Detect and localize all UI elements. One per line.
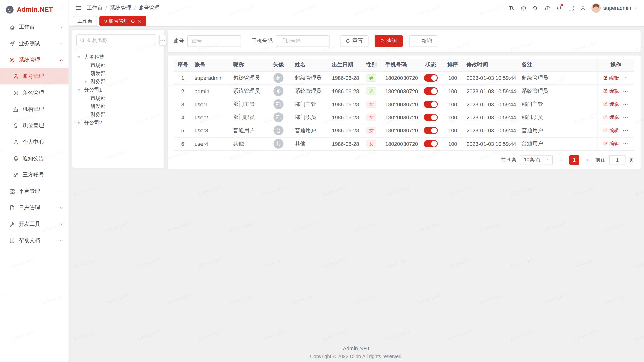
caret-box (85, 113, 90, 116)
main-area: 工作台/系统管理/账号管理 Tt superadmin 工作台账号管理 (69, 0, 644, 362)
caret-icon[interactable] (85, 80, 87, 83)
username: superadmin (603, 5, 631, 11)
cell-account: user3 (191, 124, 230, 137)
tree-node[interactable]: 研发部 (76, 102, 160, 111)
page-1-button[interactable]: 1 (569, 155, 579, 165)
sidebar-item-org-manage[interactable]: 机构管理 (0, 101, 69, 117)
sidebar-item-log-manage[interactable]: 日志管理 (0, 199, 69, 216)
notification-button[interactable] (554, 3, 564, 13)
search-button[interactable]: 查询 (375, 35, 403, 47)
cell-sort: 100 (442, 137, 463, 150)
tree-node[interactable]: 大名科技 (76, 53, 160, 61)
cell-modified: 2023-01-03 10:59:44 (463, 84, 518, 98)
sidebar-item-system-manage[interactable]: 系统管理 (0, 52, 69, 68)
language-button[interactable] (518, 3, 529, 13)
sidebar-item-platform-manage[interactable]: 平台管理 (0, 183, 69, 199)
sidebar-menu: 工作台业务测试系统管理账号管理角色管理机构管理职位管理个人中心通知公告三方账号平… (0, 19, 69, 249)
edit-button[interactable]: 编辑 (603, 74, 619, 81)
cell-nickname: 部门职员 (230, 111, 265, 124)
sidebar-item-third-party-account[interactable]: 三方账号 (0, 167, 69, 183)
goto-page-input[interactable] (609, 155, 625, 165)
sidebar-item-help-docs[interactable]: 帮助文档 (0, 232, 69, 249)
font-size-button[interactable]: Tt (506, 3, 517, 13)
account-input[interactable] (187, 35, 241, 47)
org-more-button[interactable] (159, 35, 166, 46)
table-head: 序号账号昵称头像姓名出生日期性别手机号码状态排序修改时间备注操作 (174, 59, 634, 71)
cell-sort: 100 (442, 111, 463, 124)
edit-icon (603, 128, 608, 133)
sidebar-item-role-manage[interactable]: 角色管理 (0, 84, 69, 101)
status-toggle[interactable] (424, 127, 438, 134)
row-more-button[interactable] (623, 128, 629, 133)
avatar: 超 (273, 73, 283, 83)
status-toggle[interactable] (424, 87, 438, 95)
caret-icon[interactable] (78, 121, 80, 124)
tree-node[interactable]: 研发部 (76, 69, 160, 78)
org-search-input[interactable] (87, 37, 153, 43)
phone-input[interactable] (276, 35, 330, 47)
tab-close-icon[interactable] (137, 19, 142, 23)
tree-node[interactable]: 分公司1 (76, 86, 160, 94)
sidebar-item-label: 业务测试 (19, 40, 59, 47)
tab-workbench[interactable]: 工作台 (73, 16, 97, 26)
tree-node[interactable]: 市场部 (76, 61, 160, 69)
edit-button[interactable]: 编辑 (603, 114, 619, 121)
row-more-button[interactable] (623, 141, 629, 147)
home-icon (9, 24, 15, 30)
status-toggle[interactable] (424, 101, 438, 108)
prev-page-button[interactable] (556, 155, 566, 165)
row-more-button[interactable] (623, 88, 629, 94)
row-more-button[interactable] (623, 115, 629, 120)
profile-button[interactable] (578, 3, 588, 13)
status-toggle[interactable] (424, 140, 438, 147)
tab-account-manage[interactable]: 账号管理 (99, 16, 146, 26)
sidebar-item-position-manage[interactable]: 职位管理 (0, 117, 69, 134)
edit-button[interactable]: 编辑 (603, 127, 619, 134)
edit-button[interactable]: 编辑 (603, 88, 619, 95)
cell-phone: 18020030720 (382, 84, 420, 98)
tree-node[interactable]: 财务部 (76, 78, 160, 86)
sidebar-item-account-manage[interactable]: 账号管理 (0, 68, 69, 84)
user-icon (13, 139, 19, 145)
sidebar-item-business-test[interactable]: 业务测试 (0, 35, 69, 52)
cell-remark: 普通用户 (518, 137, 597, 150)
next-page-button[interactable] (583, 155, 592, 165)
breadcrumb-item[interactable]: 系统管理 (110, 4, 131, 11)
status-toggle[interactable] (424, 74, 438, 82)
status-toggle[interactable] (424, 114, 438, 121)
breadcrumb-item[interactable]: 工作台 (87, 4, 103, 11)
column-header-status: 状态 (420, 59, 442, 71)
edit-button[interactable]: 编辑 (603, 101, 619, 108)
page-size-select[interactable]: 10条/页 (520, 155, 553, 165)
sidebar-toggle-button[interactable] (73, 3, 84, 13)
fullscreen-button[interactable] (566, 3, 576, 13)
column-header-no: 序号 (174, 59, 191, 71)
column-header-gender: 性别 (360, 59, 382, 71)
reset-button[interactable]: 重置 (340, 35, 369, 47)
sidebar-item-personal-center[interactable]: 个人中心 (0, 134, 69, 150)
sidebar-item-notice[interactable]: 通知公告 (0, 150, 69, 167)
edit-label: 编辑 (609, 101, 619, 108)
user-menu[interactable]: superadmin (591, 3, 638, 13)
sidebar-item-dev-tools[interactable]: 开发工具 (0, 216, 69, 232)
theme-button[interactable] (542, 3, 552, 13)
caret-icon[interactable] (77, 56, 81, 58)
search-button[interactable] (530, 3, 540, 13)
sidebar-item-workbench[interactable]: 工作台 (0, 19, 69, 35)
row-more-button[interactable] (623, 75, 629, 81)
tab-refresh-icon[interactable] (131, 19, 135, 23)
tree-node[interactable]: 市场部 (76, 94, 160, 102)
tree-node[interactable]: 分公司2 (76, 119, 160, 127)
breadcrumb-item[interactable]: 账号管理 (139, 4, 160, 11)
edit-button[interactable]: 编辑 (603, 140, 619, 147)
cell-phone: 18020030720 (382, 124, 420, 137)
row-more-button[interactable] (623, 101, 629, 107)
tree-node[interactable]: 财务部 (76, 110, 160, 119)
column-header-birthday: 出生日期 (329, 59, 360, 71)
cell-remark: 超级管理员 (518, 71, 597, 84)
caret-icon[interactable] (77, 89, 81, 91)
add-button[interactable]: 新增 (409, 35, 437, 47)
toggle-knob (431, 101, 437, 107)
chevron-down-icon (59, 189, 64, 194)
logo[interactable]: Admin.NET (0, 0, 69, 19)
